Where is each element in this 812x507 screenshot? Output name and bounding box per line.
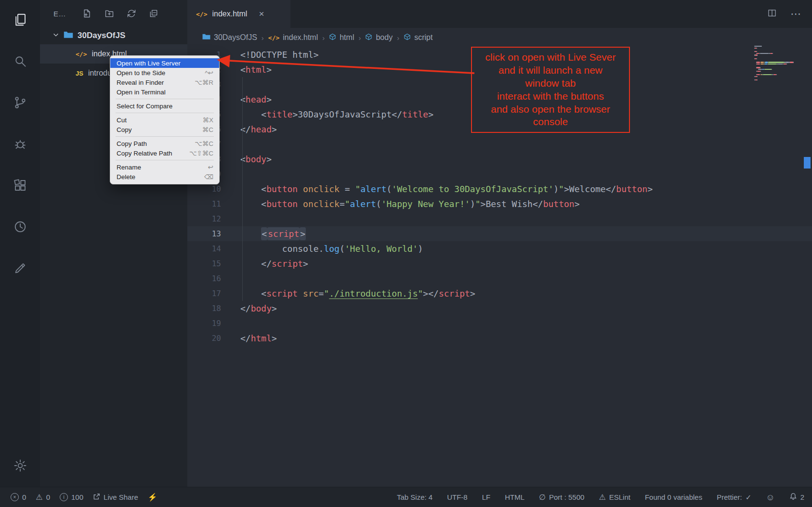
status-html[interactable]: HTML: [505, 493, 524, 501]
line-number: 18: [187, 301, 240, 316]
menu-item-label: Delete: [117, 173, 135, 181]
code-line: 15 </script>: [187, 256, 812, 271]
info-icon: i: [60, 493, 68, 501]
minimap[interactable]: [754, 46, 802, 81]
code-line: 9: [187, 167, 812, 182]
minimap-line: [754, 67, 802, 68]
close-icon[interactable]: ×: [259, 9, 264, 19]
explorer-icon: [13, 13, 27, 29]
minimap-line: [754, 74, 802, 75]
activity-edit[interactable]: [0, 248, 40, 290]
menu-item-select-for-compare[interactable]: Select for Compare: [110, 101, 219, 111]
menu-item-open-with-live-server[interactable]: Open with Live Server: [110, 58, 219, 68]
line-number: 11: [187, 196, 240, 211]
explorer-header: E…: [40, 0, 187, 27]
new-folder-button[interactable]: [105, 9, 114, 18]
menu-item-open-in-terminal[interactable]: Open in Terminal: [110, 87, 219, 97]
status-lightning[interactable]: ⚡: [148, 494, 157, 501]
menu-item-reveal-in-finder[interactable]: Reveal in Finder⌥⌘R: [110, 78, 219, 87]
code-line-text: <button onclick="alert('Happy New Year!'…: [240, 196, 580, 211]
minimap-line: [754, 51, 802, 52]
new-file-icon: [82, 12, 92, 20]
minimap-line: [754, 54, 802, 55]
search-icon: [13, 54, 27, 70]
activity-source-control[interactable]: [0, 83, 40, 124]
breadcrumb-item-body[interactable]: body: [365, 33, 393, 42]
breadcrumb-item-30daysofjs[interactable]: 30DaysOfJS: [202, 33, 257, 42]
code-line-text: <button onclick = "alert('Welcome to 30D…: [240, 182, 653, 196]
indent-guide: [242, 77, 243, 301]
code-line-text: <script src="./introduction.js"></script…: [240, 286, 475, 301]
menu-item-copy-relative-path[interactable]: Copy Relative Path⌥⇧⌘C: [110, 148, 219, 158]
breadcrumb-item-index-html[interactable]: </>index.html: [268, 33, 318, 42]
new-file-button[interactable]: [82, 9, 92, 18]
status-label: Tab Size: 4: [397, 493, 432, 501]
breadcrumb-item-script[interactable]: script: [404, 33, 432, 42]
activity-extensions[interactable]: [0, 166, 40, 207]
status-utf-8[interactable]: UTF-8: [447, 493, 468, 501]
menu-item-shortcut: ⌥⌘C: [195, 140, 213, 147]
activity-timeline[interactable]: [0, 207, 40, 248]
tab-index-html[interactable]: </> index.html ×: [187, 0, 290, 28]
tree-root-folder[interactable]: 30DaysOfJS: [40, 27, 187, 44]
check-icon: ✓: [746, 493, 752, 502]
activity-search[interactable]: [0, 41, 40, 83]
code-line: 17 <script src="./introduction.js"></scr…: [187, 286, 812, 301]
menu-item-shortcut: ⌘X: [202, 116, 213, 124]
breadcrumb-item-html[interactable]: html: [329, 33, 354, 42]
activity-debug[interactable]: [0, 124, 40, 166]
status-live-share[interactable]: Live Share: [93, 493, 138, 502]
activity-settings-gear[interactable]: [0, 446, 40, 487]
split-editor-button[interactable]: [767, 8, 777, 20]
menu-item-label: Open in Terminal: [117, 89, 166, 96]
status-2[interactable]: 2: [789, 493, 804, 502]
status-smiley[interactable]: ☺: [766, 493, 774, 502]
vscode-window: E… 30DaysOfJS </>index.htmlJSintroductio…: [0, 0, 812, 507]
refresh-button[interactable]: [127, 9, 136, 18]
breadcrumb-label: html: [340, 33, 354, 42]
menu-item-label: Open with Live Server: [117, 60, 181, 67]
source-control-icon: [13, 95, 27, 112]
code-line-text: </body>: [240, 301, 277, 316]
menu-item-copy[interactable]: Copy⌘C: [110, 125, 219, 134]
activity-explorer[interactable]: [0, 0, 40, 41]
menu-item-shortcut: ⌘C: [202, 126, 213, 133]
warning-icon: ⚠: [599, 494, 605, 501]
status-label: Port : 5500: [549, 493, 584, 501]
status-prettier[interactable]: Prettier:✓: [717, 493, 751, 502]
menu-item-cut[interactable]: Cut⌘X: [110, 115, 219, 125]
folder-icon: [64, 31, 73, 41]
status-tab-size-4[interactable]: Tab Size: 4: [397, 493, 432, 501]
code-line: 18</body>: [187, 301, 812, 316]
error-icon: ×: [11, 493, 19, 501]
line-number: 16: [187, 271, 240, 286]
status-eslint[interactable]: ⚠ESLint: [599, 493, 630, 501]
symbol-cube-icon: [329, 33, 336, 42]
menu-separator: [116, 113, 214, 113]
status-0[interactable]: ×0: [11, 493, 26, 501]
status-port-5500[interactable]: ∅Port : 5500: [539, 493, 584, 501]
breadcrumb-label: body: [376, 33, 393, 42]
menu-item-rename[interactable]: Rename↩: [110, 162, 219, 172]
menu-separator: [116, 160, 214, 160]
code-line: 12: [187, 211, 812, 226]
status-label: ESLint: [609, 493, 630, 501]
html-file-icon: </>: [196, 11, 207, 18]
minimap-line: [754, 71, 802, 72]
status-lf[interactable]: LF: [482, 493, 491, 501]
code-line: 14 console.log('Hello, World'): [187, 241, 812, 256]
minimap-line: [754, 56, 802, 57]
status-0[interactable]: ⚠0: [36, 493, 50, 501]
status-100[interactable]: i100: [60, 493, 83, 501]
more-button[interactable]: ⋯: [790, 8, 801, 20]
collapse-all-button[interactable]: [149, 9, 158, 18]
status-label: Found 0 variables: [645, 493, 702, 501]
status-label: UTF-8: [447, 493, 468, 501]
code-line-text: <body>: [240, 152, 272, 167]
menu-item-open-to-the-side[interactable]: Open to the Side^↩: [110, 68, 219, 78]
status-found-0-variables[interactable]: Found 0 variables: [645, 493, 702, 501]
menu-item-delete[interactable]: Delete⌫: [110, 172, 219, 182]
menu-item-copy-path[interactable]: Copy Path⌥⌘C: [110, 139, 219, 148]
line-number: 15: [187, 256, 240, 271]
debug-icon: [13, 137, 27, 153]
